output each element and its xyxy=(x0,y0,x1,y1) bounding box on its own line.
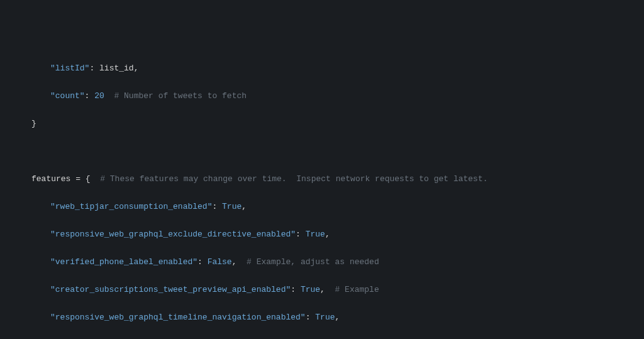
dict-value: True xyxy=(306,230,325,239)
separator: : xyxy=(85,91,95,101)
dict-value: 20 xyxy=(94,91,104,101)
dict-key: "creator_subscriptions_tweet_preview_api… xyxy=(50,285,291,294)
dict-value: True xyxy=(315,313,335,322)
blank-line xyxy=(0,145,644,158)
dict-key: "listId" xyxy=(50,64,89,73)
dict-key: "verified_phone_label_enabled" xyxy=(50,257,197,267)
dict-value: True xyxy=(222,202,242,211)
dict-value: True xyxy=(301,285,320,294)
comma: , xyxy=(134,64,139,73)
dict-value: list_id xyxy=(99,64,134,73)
code-line: "responsive_web_graphql_exclude_directiv… xyxy=(0,228,644,242)
assignment: features = { xyxy=(31,174,100,184)
dict-value: False xyxy=(208,257,232,267)
close-brace: } xyxy=(31,119,36,128)
dict-key: "responsive_web_graphql_timeline_navigat… xyxy=(50,313,306,322)
code-line: "responsive_web_graphql_timeline_navigat… xyxy=(0,311,644,325)
code-line: "creator_subscriptions_tweet_preview_api… xyxy=(0,283,644,297)
separator: : xyxy=(89,64,99,73)
code-line: } xyxy=(0,117,644,131)
comment: # These features may change over time. I… xyxy=(100,174,487,184)
dict-key: "responsive_web_graphql_exclude_directiv… xyxy=(50,230,296,239)
code-line: "verified_phone_label_enabled": False, #… xyxy=(0,255,644,269)
comment: # Number of tweets to fetch xyxy=(114,91,247,101)
dict-key: "count" xyxy=(50,91,85,101)
code-line: "count": 20 # Number of tweets to fetch xyxy=(0,89,644,103)
code-line: "listId": list_id, xyxy=(0,62,644,75)
code-line: features = { # These features may change… xyxy=(0,172,644,186)
comment: # Example, adjust as needed xyxy=(247,257,379,267)
comment: # Example xyxy=(335,285,379,294)
code-line: "rweb_tipjar_consumption_enabled": True, xyxy=(0,200,644,214)
dict-key: "rweb_tipjar_consumption_enabled" xyxy=(50,202,212,211)
